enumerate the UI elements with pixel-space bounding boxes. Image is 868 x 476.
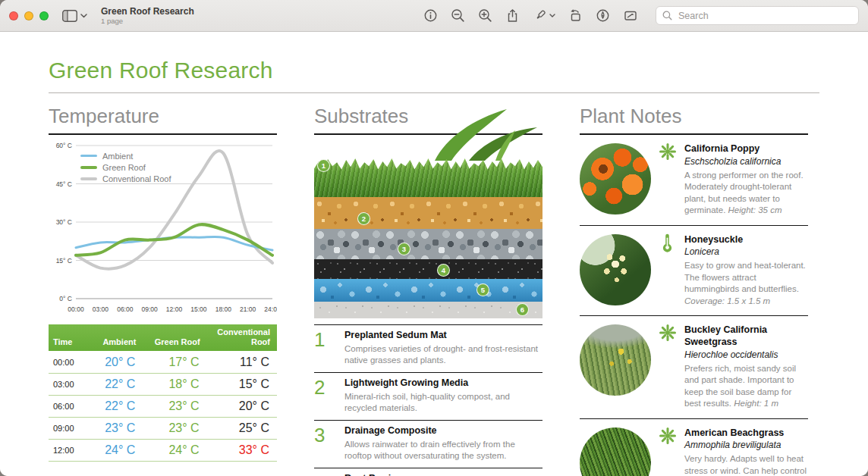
search-input[interactable] xyxy=(677,10,852,22)
table-row: 06:00 22° C 23° C 20° C xyxy=(49,395,277,417)
substrate-layer-3 xyxy=(314,229,542,259)
zoom-button[interactable] xyxy=(39,11,49,20)
svg-text:45° C: 45° C xyxy=(56,180,72,187)
legend-swatch-green-roof xyxy=(80,166,97,169)
legend-item-ambient: Ambient xyxy=(80,152,171,161)
zoom-in-button[interactable] xyxy=(478,8,492,23)
svg-text:24:00: 24:00 xyxy=(264,305,277,313)
legend-item-green-roof: Green Roof xyxy=(80,163,171,172)
sidebar-toggle-button[interactable] xyxy=(62,10,77,22)
sun-icon xyxy=(659,324,677,342)
cell-ambient: 23° C xyxy=(83,417,143,439)
plant-photo-sweetgrass xyxy=(580,324,651,396)
svg-text:15:00: 15:00 xyxy=(190,305,207,313)
share-icon xyxy=(505,8,520,23)
substrate-layer-1 xyxy=(314,158,542,197)
col-header-green-roof: Green Roof xyxy=(143,324,206,351)
plant-entry: California Poppy Eschscholzia californic… xyxy=(580,135,808,225)
highlight-button[interactable] xyxy=(533,8,547,23)
highlight-menu-button[interactable] xyxy=(549,14,555,17)
cell-green-roof: 23° C xyxy=(143,417,206,439)
cell-ambient: 22° C xyxy=(83,373,143,395)
chart-legend: Ambient Green Roof Conventional Roof xyxy=(80,152,171,186)
list-item-title: Lightweight Growing Media xyxy=(344,377,542,389)
share-button[interactable] xyxy=(505,8,520,23)
cell-conventional: 15° C xyxy=(207,373,277,395)
col-header-conventional-roof: Conventional Roof xyxy=(207,324,277,351)
minimize-button[interactable] xyxy=(24,11,33,20)
list-item: 1 Preplanted Sedum Mat Comprises varieti… xyxy=(314,324,542,372)
cell-ambient: 20° C xyxy=(83,351,143,373)
zoom-out-icon xyxy=(451,8,465,23)
thermometer-icon xyxy=(659,233,677,253)
substrate-badge: 6 xyxy=(516,303,529,316)
search-field[interactable] xyxy=(656,6,859,25)
page-title: Green Roof Research xyxy=(49,58,819,83)
plant-name: California Poppy xyxy=(684,143,808,155)
plant-name: American Beachgrass xyxy=(684,427,808,440)
plant-description: Easy to grow and heat-tolerant. The flow… xyxy=(684,260,808,307)
substrate-list: 1 Preplanted Sedum Mat Comprises varieti… xyxy=(314,324,542,476)
chevron-down-icon xyxy=(80,14,87,18)
plant-entry: American Beachgrass Ammophila breviligul… xyxy=(580,418,808,476)
plant-entry: Honeysuckle Lonicera Easy to grow and he… xyxy=(580,225,808,316)
cell-green-roof: 24° C xyxy=(143,439,206,461)
window-title: Green Roof Research xyxy=(101,6,194,17)
window-subtitle: 1 page xyxy=(101,17,194,25)
substrate-layer-6 xyxy=(314,302,542,318)
cell-green-roof: 23° C xyxy=(143,395,206,417)
legend-label: Ambient xyxy=(102,152,133,161)
substrate-badge: 3 xyxy=(398,243,410,255)
svg-text:30° C: 30° C xyxy=(56,218,72,226)
list-item-number: 2 xyxy=(314,377,344,414)
sun-icon xyxy=(659,142,677,161)
sun-icon xyxy=(659,427,677,445)
close-button[interactable] xyxy=(9,11,18,20)
legend-swatch-ambient xyxy=(80,155,97,157)
info-button[interactable] xyxy=(423,8,438,23)
list-item-number: 3 xyxy=(314,425,344,462)
grass-blades-illustration xyxy=(427,108,541,161)
plant-metric: Height: 35 cm xyxy=(728,205,782,215)
list-item-number: 1 xyxy=(314,330,344,366)
plant-description: A strong performer on the roof. Moderate… xyxy=(684,170,808,217)
substrate-badge: 1 xyxy=(317,159,330,172)
cell-time: 12:00 xyxy=(49,439,83,461)
svg-text:00:00: 00:00 xyxy=(68,305,84,313)
cell-time: 06:00 xyxy=(49,395,83,417)
substrate-layer-4 xyxy=(314,259,542,279)
preview-window: Green Roof Research 1 page xyxy=(0,0,868,476)
rotate-left-button[interactable] xyxy=(568,8,583,23)
plant-metric: Height: 1 m xyxy=(734,399,778,408)
plant-notes-section: Plant Notes California Poppy Eschscholzi… xyxy=(580,105,808,476)
temperature-section: Temperature 60° C45° C30° C15° C0° C00:0… xyxy=(49,105,277,476)
svg-text:15° C: 15° C xyxy=(56,256,72,264)
plant-photo-california-poppy xyxy=(580,143,651,215)
substrate-badge: 5 xyxy=(476,283,489,296)
list-item-title: Preplanted Sedum Mat xyxy=(344,330,542,341)
col-header-time: Time xyxy=(49,324,83,351)
legend-item-conventional-roof: Conventional Roof xyxy=(80,174,171,183)
plant-name: Buckley California Sweetgrass xyxy=(684,324,808,348)
plant-description: Very hardy. Adapts well to heat stress o… xyxy=(684,453,808,476)
table-row: 00:00 20° C 17° C 11° C xyxy=(49,351,277,373)
zoom-out-button[interactable] xyxy=(451,8,465,23)
plant-entry: Buckley California Sweetgrass Hierochloe… xyxy=(580,315,808,418)
sidebar-chevron-button[interactable] xyxy=(80,14,87,18)
cell-time: 09:00 xyxy=(49,417,83,439)
title-divider xyxy=(49,92,819,93)
plant-photo-honeysuckle xyxy=(580,234,651,305)
plant-name: Honeysuckle xyxy=(684,234,808,246)
fill-sign-button[interactable] xyxy=(623,8,638,23)
substrate-diagram: 1 2 3 4 5 6 xyxy=(314,158,542,318)
cell-ambient: 24° C xyxy=(83,439,143,461)
substrate-badge: 4 xyxy=(437,264,450,277)
substrate-layer-5 xyxy=(314,279,542,302)
plant-description: Prefers rich, moist sandy soil and part … xyxy=(684,363,808,410)
markup-toolbar-button[interactable] xyxy=(596,8,610,23)
table-row: 09:00 23° C 23° C 25° C xyxy=(49,417,277,439)
cell-conventional-hot: 33° C xyxy=(207,439,277,461)
list-item: 2 Lightweight Growing Media Mineral-rich… xyxy=(314,372,542,420)
plant-photo-beachgrass xyxy=(580,427,651,476)
sign-pen-icon xyxy=(623,8,638,23)
